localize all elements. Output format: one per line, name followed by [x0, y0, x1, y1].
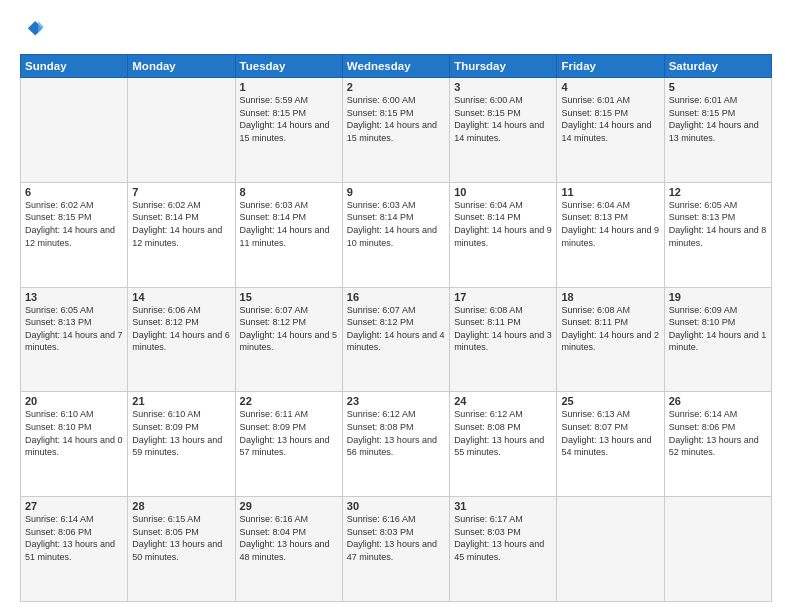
day-info: Sunrise: 6:04 AM Sunset: 8:13 PM Dayligh…	[561, 199, 659, 249]
day-cell-8: 8Sunrise: 6:03 AM Sunset: 8:14 PM Daylig…	[235, 182, 342, 287]
day-number: 26	[669, 395, 767, 407]
day-info: Sunrise: 6:02 AM Sunset: 8:15 PM Dayligh…	[25, 199, 123, 249]
day-info: Sunrise: 6:00 AM Sunset: 8:15 PM Dayligh…	[454, 94, 552, 144]
day-number: 21	[132, 395, 230, 407]
weekday-header-saturday: Saturday	[664, 55, 771, 78]
day-info: Sunrise: 6:05 AM Sunset: 8:13 PM Dayligh…	[669, 199, 767, 249]
day-cell-5: 5Sunrise: 6:01 AM Sunset: 8:15 PM Daylig…	[664, 78, 771, 183]
day-number: 28	[132, 500, 230, 512]
day-info: Sunrise: 6:04 AM Sunset: 8:14 PM Dayligh…	[454, 199, 552, 249]
day-cell-13: 13Sunrise: 6:05 AM Sunset: 8:13 PM Dayli…	[21, 287, 128, 392]
calendar-table: SundayMondayTuesdayWednesdayThursdayFrid…	[20, 54, 772, 602]
day-info: Sunrise: 6:07 AM Sunset: 8:12 PM Dayligh…	[347, 304, 445, 354]
day-info: Sunrise: 6:01 AM Sunset: 8:15 PM Dayligh…	[561, 94, 659, 144]
svg-marker-1	[38, 21, 44, 33]
day-number: 18	[561, 291, 659, 303]
day-cell-11: 11Sunrise: 6:04 AM Sunset: 8:13 PM Dayli…	[557, 182, 664, 287]
day-info: Sunrise: 6:08 AM Sunset: 8:11 PM Dayligh…	[561, 304, 659, 354]
day-info: Sunrise: 6:00 AM Sunset: 8:15 PM Dayligh…	[347, 94, 445, 144]
day-info: Sunrise: 5:59 AM Sunset: 8:15 PM Dayligh…	[240, 94, 338, 144]
day-number: 7	[132, 186, 230, 198]
logo	[20, 18, 48, 44]
day-info: Sunrise: 6:01 AM Sunset: 8:15 PM Dayligh…	[669, 94, 767, 144]
day-cell-28: 28Sunrise: 6:15 AM Sunset: 8:05 PM Dayli…	[128, 497, 235, 602]
day-number: 19	[669, 291, 767, 303]
day-info: Sunrise: 6:10 AM Sunset: 8:09 PM Dayligh…	[132, 408, 230, 458]
weekday-header-thursday: Thursday	[450, 55, 557, 78]
day-info: Sunrise: 6:02 AM Sunset: 8:14 PM Dayligh…	[132, 199, 230, 249]
day-cell-22: 22Sunrise: 6:11 AM Sunset: 8:09 PM Dayli…	[235, 392, 342, 497]
day-number: 4	[561, 81, 659, 93]
day-number: 24	[454, 395, 552, 407]
day-info: Sunrise: 6:15 AM Sunset: 8:05 PM Dayligh…	[132, 513, 230, 563]
day-number: 6	[25, 186, 123, 198]
day-cell-16: 16Sunrise: 6:07 AM Sunset: 8:12 PM Dayli…	[342, 287, 449, 392]
day-number: 29	[240, 500, 338, 512]
day-number: 22	[240, 395, 338, 407]
day-info: Sunrise: 6:09 AM Sunset: 8:10 PM Dayligh…	[669, 304, 767, 354]
day-number: 31	[454, 500, 552, 512]
day-number: 13	[25, 291, 123, 303]
day-cell-29: 29Sunrise: 6:16 AM Sunset: 8:04 PM Dayli…	[235, 497, 342, 602]
day-number: 2	[347, 81, 445, 93]
day-info: Sunrise: 6:12 AM Sunset: 8:08 PM Dayligh…	[347, 408, 445, 458]
day-number: 3	[454, 81, 552, 93]
day-cell-18: 18Sunrise: 6:08 AM Sunset: 8:11 PM Dayli…	[557, 287, 664, 392]
day-info: Sunrise: 6:11 AM Sunset: 8:09 PM Dayligh…	[240, 408, 338, 458]
day-cell-21: 21Sunrise: 6:10 AM Sunset: 8:09 PM Dayli…	[128, 392, 235, 497]
day-info: Sunrise: 6:06 AM Sunset: 8:12 PM Dayligh…	[132, 304, 230, 354]
day-cell-26: 26Sunrise: 6:14 AM Sunset: 8:06 PM Dayli…	[664, 392, 771, 497]
empty-cell	[557, 497, 664, 602]
page: SundayMondayTuesdayWednesdayThursdayFrid…	[0, 0, 792, 612]
calendar-week-2: 6Sunrise: 6:02 AM Sunset: 8:15 PM Daylig…	[21, 182, 772, 287]
day-cell-23: 23Sunrise: 6:12 AM Sunset: 8:08 PM Dayli…	[342, 392, 449, 497]
day-number: 16	[347, 291, 445, 303]
calendar-week-5: 27Sunrise: 6:14 AM Sunset: 8:06 PM Dayli…	[21, 497, 772, 602]
empty-cell	[21, 78, 128, 183]
logo-icon	[22, 18, 44, 40]
day-number: 17	[454, 291, 552, 303]
weekday-header-wednesday: Wednesday	[342, 55, 449, 78]
day-cell-17: 17Sunrise: 6:08 AM Sunset: 8:11 PM Dayli…	[450, 287, 557, 392]
day-number: 25	[561, 395, 659, 407]
day-number: 9	[347, 186, 445, 198]
day-cell-2: 2Sunrise: 6:00 AM Sunset: 8:15 PM Daylig…	[342, 78, 449, 183]
day-info: Sunrise: 6:13 AM Sunset: 8:07 PM Dayligh…	[561, 408, 659, 458]
day-number: 15	[240, 291, 338, 303]
day-cell-6: 6Sunrise: 6:02 AM Sunset: 8:15 PM Daylig…	[21, 182, 128, 287]
day-info: Sunrise: 6:16 AM Sunset: 8:03 PM Dayligh…	[347, 513, 445, 563]
day-number: 1	[240, 81, 338, 93]
day-number: 8	[240, 186, 338, 198]
day-info: Sunrise: 6:03 AM Sunset: 8:14 PM Dayligh…	[347, 199, 445, 249]
day-cell-15: 15Sunrise: 6:07 AM Sunset: 8:12 PM Dayli…	[235, 287, 342, 392]
day-cell-1: 1Sunrise: 5:59 AM Sunset: 8:15 PM Daylig…	[235, 78, 342, 183]
day-cell-25: 25Sunrise: 6:13 AM Sunset: 8:07 PM Dayli…	[557, 392, 664, 497]
calendar-week-4: 20Sunrise: 6:10 AM Sunset: 8:10 PM Dayli…	[21, 392, 772, 497]
day-cell-10: 10Sunrise: 6:04 AM Sunset: 8:14 PM Dayli…	[450, 182, 557, 287]
day-cell-31: 31Sunrise: 6:17 AM Sunset: 8:03 PM Dayli…	[450, 497, 557, 602]
calendar-week-1: 1Sunrise: 5:59 AM Sunset: 8:15 PM Daylig…	[21, 78, 772, 183]
day-cell-27: 27Sunrise: 6:14 AM Sunset: 8:06 PM Dayli…	[21, 497, 128, 602]
day-info: Sunrise: 6:08 AM Sunset: 8:11 PM Dayligh…	[454, 304, 552, 354]
day-info: Sunrise: 6:12 AM Sunset: 8:08 PM Dayligh…	[454, 408, 552, 458]
day-cell-7: 7Sunrise: 6:02 AM Sunset: 8:14 PM Daylig…	[128, 182, 235, 287]
day-cell-4: 4Sunrise: 6:01 AM Sunset: 8:15 PM Daylig…	[557, 78, 664, 183]
day-cell-3: 3Sunrise: 6:00 AM Sunset: 8:15 PM Daylig…	[450, 78, 557, 183]
day-cell-30: 30Sunrise: 6:16 AM Sunset: 8:03 PM Dayli…	[342, 497, 449, 602]
day-cell-9: 9Sunrise: 6:03 AM Sunset: 8:14 PM Daylig…	[342, 182, 449, 287]
day-number: 30	[347, 500, 445, 512]
day-cell-12: 12Sunrise: 6:05 AM Sunset: 8:13 PM Dayli…	[664, 182, 771, 287]
day-cell-20: 20Sunrise: 6:10 AM Sunset: 8:10 PM Dayli…	[21, 392, 128, 497]
day-info: Sunrise: 6:17 AM Sunset: 8:03 PM Dayligh…	[454, 513, 552, 563]
weekday-header-sunday: Sunday	[21, 55, 128, 78]
day-info: Sunrise: 6:07 AM Sunset: 8:12 PM Dayligh…	[240, 304, 338, 354]
day-number: 27	[25, 500, 123, 512]
day-number: 10	[454, 186, 552, 198]
day-number: 20	[25, 395, 123, 407]
day-cell-24: 24Sunrise: 6:12 AM Sunset: 8:08 PM Dayli…	[450, 392, 557, 497]
day-number: 11	[561, 186, 659, 198]
header	[20, 18, 772, 44]
day-info: Sunrise: 6:05 AM Sunset: 8:13 PM Dayligh…	[25, 304, 123, 354]
day-number: 23	[347, 395, 445, 407]
day-cell-14: 14Sunrise: 6:06 AM Sunset: 8:12 PM Dayli…	[128, 287, 235, 392]
